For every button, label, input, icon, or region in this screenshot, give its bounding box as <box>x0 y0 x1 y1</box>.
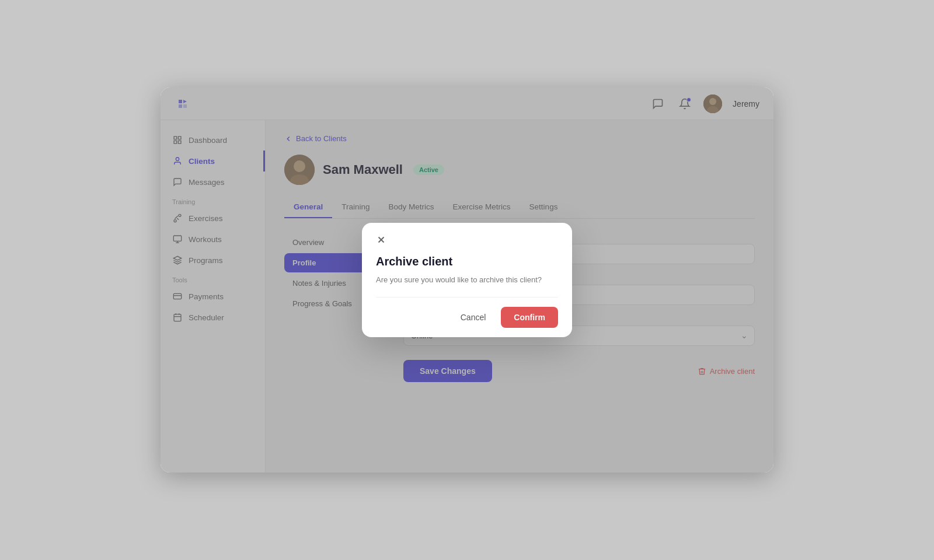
modal-title: Archive client <box>376 255 558 268</box>
close-icon[interactable] <box>376 235 386 247</box>
modal-description: Are you sure you would like to archive t… <box>376 274 558 286</box>
cancel-button[interactable]: Cancel <box>452 308 494 327</box>
modal-header <box>362 223 572 255</box>
modal-footer: Cancel Confirm <box>362 298 572 337</box>
modal-body: Archive client Are you sure you would li… <box>362 255 572 298</box>
confirm-button[interactable]: Confirm <box>501 307 558 328</box>
archive-modal: Archive client Are you sure you would li… <box>362 223 572 338</box>
modal-overlay: Archive client Are you sure you would li… <box>161 88 773 473</box>
